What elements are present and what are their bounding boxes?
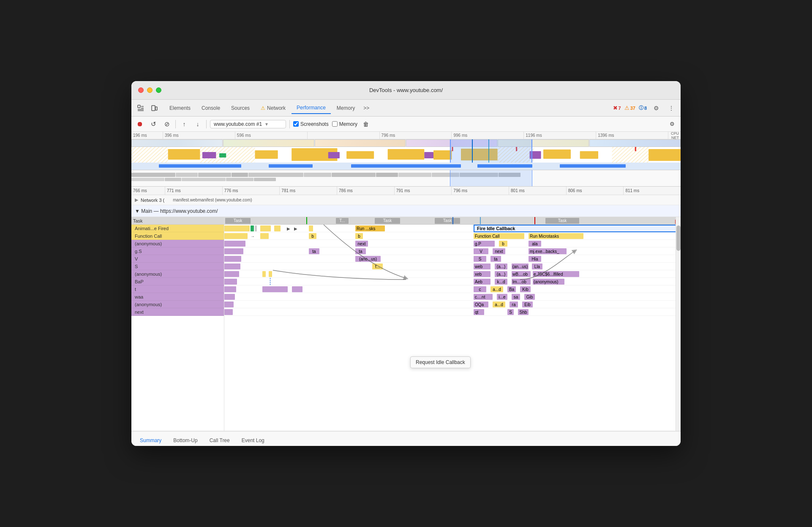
- request-idle-tooltip: Request Idle Callback: [410, 356, 471, 368]
- svg-rect-16: [388, 149, 425, 160]
- tab-elements[interactable]: Elements: [164, 103, 196, 114]
- flame-row-0: ▶ ▶ Run ...sks Fire Idle Callback: [224, 225, 681, 232]
- flame-row-7: Aeb k...d lm....ob (anonymous): [224, 278, 681, 285]
- flame-bars-area[interactable]: Task T... Task Task Task ▶: [224, 217, 681, 431]
- blue-cursor-line-2: [480, 217, 481, 224]
- url-selector[interactable]: www.youtube.com #1 ▾: [210, 120, 286, 128]
- error-badge-yellow: ⚠ 37: [624, 105, 635, 111]
- svg-rect-6: [155, 107, 157, 110]
- timeline-selection[interactable]: [450, 139, 532, 163]
- svg-rect-15: [346, 151, 374, 159]
- btick-2: 771 ms: [165, 187, 223, 195]
- more-options-icon[interactable]: ⋮: [665, 102, 677, 114]
- flame-row-3: ta ta V next mj.exe...backs_: [224, 247, 681, 255]
- ruler-tick-5: 796 ms: [380, 132, 452, 139]
- more-tabs-button[interactable]: >>: [361, 103, 372, 113]
- download-button[interactable]: ↓: [193, 119, 203, 129]
- bar-anon-2: [224, 271, 239, 277]
- bar-b-1: b: [309, 233, 316, 239]
- ruler-tick-6: 996 ms: [452, 132, 524, 139]
- bar-ba: Ba: [507, 286, 516, 292]
- tab-memory[interactable]: Memory: [332, 103, 360, 114]
- btick-7: 796 ms: [452, 187, 509, 195]
- scrollbar-thumb[interactable]: [676, 225, 681, 251]
- task-header-left: Task: [131, 217, 224, 225]
- flame-row-2: next g.P b ala: [224, 240, 681, 247]
- blue-cursor-line: [452, 217, 453, 224]
- inspector-icon[interactable]: [135, 102, 147, 114]
- tab-network[interactable]: ⚠ Network: [256, 103, 291, 114]
- cursor-line-2: [488, 139, 489, 163]
- bar-shb: Shb: [518, 309, 529, 315]
- maximize-button[interactable]: [156, 87, 161, 93]
- bar-waa: [224, 294, 235, 300]
- bar-t: [224, 286, 236, 292]
- upload-button[interactable]: ↑: [179, 119, 189, 129]
- svg-rect-26: [219, 153, 226, 158]
- task-bar-header-4: Task: [435, 218, 460, 224]
- svg-rect-11: [612, 147, 649, 163]
- bar-web: web: [474, 264, 490, 269]
- tab-sources[interactable]: Sources: [226, 103, 255, 114]
- btick-9: 806 ms: [567, 187, 624, 195]
- tab-summary[interactable]: Summary: [135, 435, 166, 446]
- bar-hla: Hla: [529, 256, 541, 262]
- btick-5: 786 ms: [337, 187, 395, 195]
- bar-ad-2: a...d: [493, 302, 505, 307]
- bar-next-right: next: [493, 248, 505, 254]
- record-button[interactable]: ⏺: [135, 119, 145, 129]
- btick-1: 766 ms: [131, 187, 165, 195]
- memory-checkbox-label[interactable]: Memory: [332, 121, 357, 127]
- ruler-tick-8: 1396 ms: [596, 132, 668, 139]
- scrollbar-track[interactable]: [676, 217, 681, 431]
- expand-icon[interactable]: ▶: [135, 197, 138, 203]
- task-bar-header-2: T...: [336, 218, 349, 224]
- tab-bar: Elements Console Sources ⚠ Network Perfo…: [131, 100, 681, 117]
- bar-next-end: [224, 309, 233, 315]
- device-toggle-icon[interactable]: [148, 102, 160, 114]
- svg-rect-23: [328, 152, 340, 158]
- memory-checkbox[interactable]: [332, 121, 338, 127]
- bar-oqa: OQa: [474, 302, 488, 307]
- tab-call-tree[interactable]: Call Tree: [204, 435, 235, 446]
- screenshots-checkbox[interactable]: [293, 121, 299, 127]
- btick-8: 801 ms: [509, 187, 567, 195]
- task-bar-header-5: Task: [545, 218, 579, 224]
- cpu-label: CPU NET: [668, 132, 681, 139]
- clear-button[interactable]: ⊘: [162, 119, 172, 129]
- flame-row-9: c....nt i...e sa Gib: [224, 293, 681, 301]
- close-button[interactable]: [138, 87, 144, 93]
- tab-event-log[interactable]: Event Log: [237, 435, 270, 446]
- timeline-overview[interactable]: 196 ms 396 ms 596 ms 796 ms 996 ms 1196 …: [131, 132, 681, 187]
- bar-aeb: Aeb: [474, 279, 490, 285]
- bar-run-sks: Run ...sks: [355, 225, 385, 231]
- tab-bottom-up[interactable]: Bottom-Up: [168, 435, 202, 446]
- settings-icon[interactable]: ⚙: [650, 102, 662, 114]
- warning-icon: ⚠: [261, 105, 265, 111]
- tab-console[interactable]: Console: [196, 103, 225, 114]
- minimize-button[interactable]: [147, 87, 153, 93]
- svg-rect-29: [635, 147, 636, 151]
- network-track-label: Network 3 (: [141, 198, 164, 203]
- network-track-row[interactable]: ▶ Network 3 ( manifest.webmanifest (www.…: [131, 195, 681, 205]
- cpu-chart: [131, 139, 681, 163]
- svg-rect-20: [580, 151, 598, 159]
- toolbar-divider-1: [175, 120, 176, 128]
- screenshots-checkbox-label[interactable]: Screenshots: [293, 121, 329, 127]
- svg-rect-21: [649, 149, 681, 161]
- reload-button[interactable]: ↺: [148, 119, 158, 129]
- flame-labels: Task Animati...e Fired Function Call (an…: [131, 217, 224, 431]
- flame-overview: [131, 170, 681, 186]
- performance-toolbar: ⏺ ↺ ⊘ ↑ ↓ www.youtube.com #1 ▾ Screensho…: [131, 117, 681, 132]
- label-row-9: waa: [131, 293, 224, 301]
- bar-t-mid2: [292, 286, 302, 292]
- tab-performance[interactable]: Performance: [292, 102, 331, 114]
- cursor-line-1: [472, 139, 473, 163]
- network-throttle-icon[interactable]: 🗑: [361, 119, 371, 129]
- performance-settings-icon[interactable]: ⚙: [667, 119, 677, 129]
- svg-rect-12: [168, 149, 200, 160]
- bar-eib: Eib: [522, 302, 533, 307]
- label-row-8: t: [131, 285, 224, 293]
- ruler-tick-2: 396 ms: [163, 132, 235, 139]
- svg-rect-24: [424, 152, 433, 158]
